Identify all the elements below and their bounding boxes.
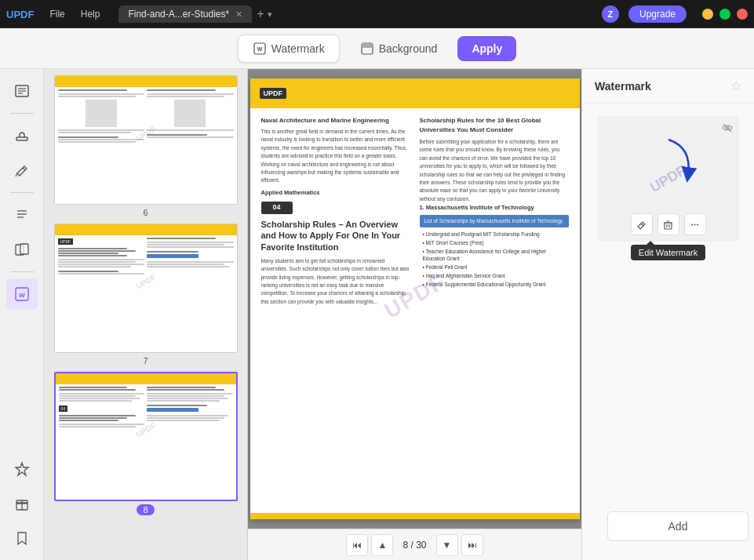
- doc-mit-heading: 1. Massachusetts Institute of Technology: [420, 203, 569, 212]
- last-page-button[interactable]: ⏭: [461, 534, 483, 556]
- close-button[interactable]: ✕: [737, 9, 748, 20]
- doc-chapter-num: 04: [261, 202, 293, 214]
- doc-left-subheading: Applied Mathematics: [261, 188, 410, 197]
- thumbnail-6[interactable]: UPDF 6: [50, 75, 241, 217]
- tool-pages[interactable]: [6, 234, 38, 265]
- doc-logo: UPDF: [260, 88, 287, 99]
- svg-rect-8: [16, 137, 27, 140]
- thumbnail-num-7: 7: [143, 356, 148, 365]
- titlebar-right: Z Upgrade – □ ✕: [602, 5, 748, 23]
- page-display: 8 / 30: [396, 540, 432, 551]
- tab-title: Find-and-A...er-Studies*: [128, 9, 229, 20]
- hide-watermark-button[interactable]: [722, 122, 733, 136]
- page-navigation: ⏮ ▲ 8 / 30 ▼ ⏭: [248, 529, 581, 560]
- add-button-container: Add: [582, 505, 754, 560]
- main-area: W: [0, 69, 754, 560]
- prev-page-button[interactable]: ▲: [371, 534, 393, 556]
- watermark-action-icons: [631, 213, 706, 235]
- watermark-label: Watermark: [271, 42, 325, 55]
- more-options-button[interactable]: [684, 213, 706, 235]
- left-sidebar: W: [0, 69, 44, 560]
- tool-stamp[interactable]: [6, 120, 38, 151]
- tab-bar: Find-and-A...er-Studies* ✕ + ▾: [118, 5, 602, 23]
- user-avatar: Z: [602, 5, 619, 23]
- menu-bar: File Help: [43, 6, 106, 22]
- edit-watermark-button[interactable]: [631, 213, 653, 235]
- thumbnail-num-8: 8: [137, 504, 154, 515]
- document-page: UPDF Naval Architecture and Marine Engin…: [250, 78, 580, 519]
- watermark-button[interactable]: W Watermark: [238, 35, 340, 63]
- watermark-icon: W: [253, 42, 267, 56]
- background-icon: [360, 42, 374, 56]
- upgrade-button[interactable]: Upgrade: [628, 5, 687, 23]
- document-area: UPDF Naval Architecture and Marine Engin…: [248, 69, 581, 560]
- doc-bullet-5: • Iraq and Afghanistan Service Grant: [420, 272, 569, 280]
- doc-bullet-1: • Undergrad and Postgrad MIT Scholarship…: [420, 231, 569, 238]
- watermark-preview-area: UPDF: [582, 104, 754, 317]
- doc-bullet-6: • Federal Supplemental Educational Oppor…: [420, 281, 569, 289]
- doc-bullet-4: • Federal Pell Grant: [420, 264, 569, 271]
- doc-header-bar: UPDF: [250, 78, 580, 108]
- doc-left-heading: Naval Architecture and Marine Engineerin…: [261, 116, 410, 125]
- svg-rect-25: [665, 223, 672, 229]
- svg-line-9: [23, 168, 25, 170]
- tooltip-arrow: [647, 241, 654, 245]
- thumbnail-8[interactable]: 04: [50, 372, 241, 515]
- right-panel-title: Watermark: [595, 80, 651, 93]
- tab-dropdown-button[interactable]: ▾: [268, 9, 272, 20]
- tool-list[interactable]: [6, 199, 38, 231]
- right-panel-header: Watermark ☆: [582, 69, 754, 104]
- titlebar: UPDF File Help Find-and-A...er-Studies* …: [0, 0, 754, 28]
- apply-button[interactable]: Apply: [457, 36, 516, 61]
- doc-bullet-3: • Teacher Education Assistance for Colle…: [420, 248, 569, 264]
- sidebar-divider-1: [10, 113, 34, 114]
- sidebar-divider-3: [10, 271, 34, 272]
- svg-text:W: W: [19, 292, 25, 299]
- sidebar-divider-2: [10, 192, 34, 193]
- svg-rect-3: [362, 43, 373, 48]
- tool-star[interactable]: [6, 453, 38, 485]
- doc-right-col: Scholarship Rules for the 10 Best Global…: [420, 116, 569, 306]
- apply-label: Apply: [472, 42, 502, 55]
- background-button[interactable]: Background: [346, 35, 452, 62]
- tool-bookmark[interactable]: [6, 522, 38, 554]
- tool-edit[interactable]: [6, 155, 38, 186]
- file-menu[interactable]: File: [43, 6, 71, 22]
- doc-right-body: Before submitting your application for a…: [420, 138, 569, 203]
- doc-main-title: Scholarship Rules – An Overview and How …: [261, 219, 410, 253]
- add-watermark-button[interactable]: Add: [607, 511, 749, 541]
- doc-footer-bar: [250, 513, 580, 519]
- toolbar: W Watermark Background Apply: [0, 28, 754, 69]
- svg-line-24: [641, 224, 643, 226]
- delete-watermark-button[interactable]: [657, 213, 679, 235]
- minimize-button[interactable]: –: [702, 9, 713, 20]
- svg-marker-18: [16, 463, 28, 475]
- thumbnail-num-6: 6: [143, 208, 148, 217]
- active-tab[interactable]: Find-and-A...er-Studies* ✕: [118, 5, 252, 23]
- edit-watermark-tooltip: Edit Watermark: [631, 245, 705, 260]
- tool-watermark-side[interactable]: W: [6, 278, 38, 310]
- svg-point-31: [694, 224, 696, 225]
- doc-right-heading: Scholarship Rules for the 10 Best Global…: [420, 116, 569, 135]
- watermark-preview-box: UPDF: [598, 116, 739, 242]
- doc-bullet-2: • MIT Short Courses (Free): [420, 239, 569, 247]
- new-tab-button[interactable]: +: [257, 7, 264, 21]
- tab-close-button[interactable]: ✕: [235, 9, 242, 20]
- tool-read[interactable]: [6, 75, 38, 107]
- svg-line-10: [16, 173, 17, 176]
- svg-point-32: [697, 224, 698, 225]
- doc-intro-text: Many students aim to get full scholarshi…: [261, 257, 410, 306]
- app-logo: UPDF: [6, 9, 34, 20]
- help-menu[interactable]: Help: [75, 6, 107, 22]
- tool-gift[interactable]: [6, 488, 38, 519]
- thumbnail-7[interactable]: UPDF: [50, 224, 241, 365]
- svg-text:W: W: [257, 46, 262, 52]
- favorite-icon[interactable]: ☆: [730, 78, 741, 93]
- first-page-button[interactable]: ⏮: [346, 534, 368, 556]
- next-page-button[interactable]: ▼: [436, 534, 458, 556]
- maximize-button[interactable]: □: [719, 9, 730, 20]
- doc-left-body: This is another great field in demand in…: [261, 128, 410, 185]
- thumbnail-panel: UPDF 6 UPDF: [44, 69, 248, 560]
- window-controls: – □ ✕: [702, 9, 748, 20]
- background-label: Background: [379, 42, 438, 55]
